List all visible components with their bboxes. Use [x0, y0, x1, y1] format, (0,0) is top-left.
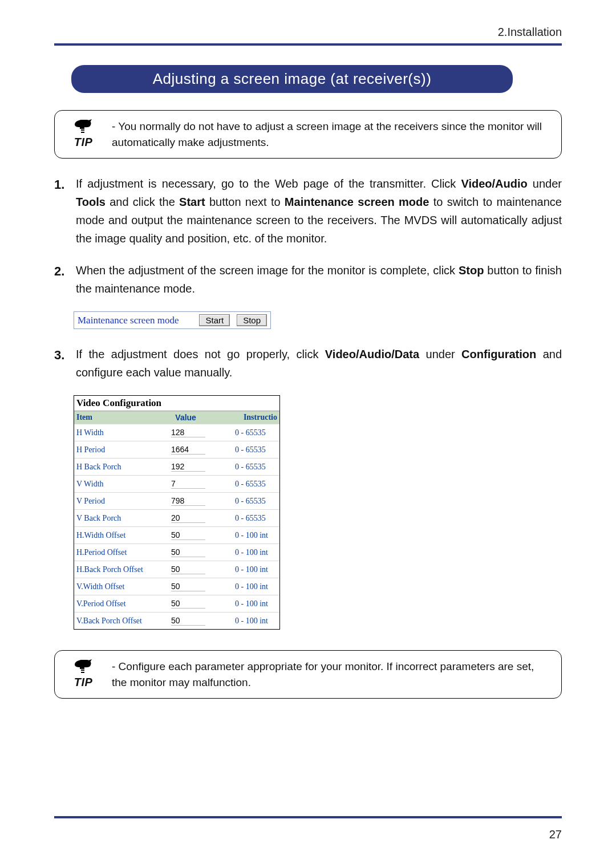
table-row: H.Period Offset500 - 100 int — [74, 543, 279, 561]
row-item: H Period — [74, 445, 171, 455]
table-row: H Width1280 - 65535 — [74, 424, 279, 441]
tip-box-2: TIP Configure each parameter appropriate… — [54, 650, 562, 699]
row-item: V Period — [74, 497, 171, 506]
step-num: 2. — [54, 261, 76, 298]
row-value[interactable]: 50 — [171, 599, 235, 609]
svg-rect-2 — [81, 670, 84, 671]
tip-icon — [73, 659, 94, 675]
step-num: 1. — [54, 175, 76, 248]
row-value[interactable]: 192 — [171, 462, 235, 472]
row-instruction: 0 - 65535 — [235, 463, 279, 472]
row-item: V Back Porch — [74, 514, 171, 523]
row-item: H.Period Offset — [74, 548, 171, 557]
maintenance-mode-panel: Maintenance screen mode Start Stop — [74, 311, 271, 329]
table-row: V Period7980 - 65535 — [74, 492, 279, 509]
row-value[interactable]: 50 — [171, 565, 235, 574]
step-num: 3. — [54, 345, 76, 382]
row-value[interactable]: 50 — [171, 616, 235, 626]
row-value[interactable]: 20 — [171, 513, 235, 523]
table-row: H Back Porch1920 - 65535 — [74, 458, 279, 475]
col-instruction: Instructio — [241, 411, 279, 424]
row-instruction: 0 - 100 int — [235, 582, 279, 591]
row-value[interactable]: 7 — [171, 479, 235, 489]
row-item: H.Width Offset — [74, 531, 171, 540]
row-item: H Width — [74, 428, 171, 437]
table-row: H Period16640 - 65535 — [74, 441, 279, 458]
instruction-list: 1. If adjustment is necessary, go to the… — [54, 175, 562, 630]
tip-text-1: You normally do not have to adjust a scr… — [112, 119, 553, 150]
table-title: Video Configuration — [74, 396, 279, 411]
tip-label: TIP — [74, 676, 93, 689]
svg-rect-3 — [81, 672, 84, 673]
stop-button[interactable]: Stop — [237, 314, 267, 326]
tip-label: TIP — [74, 136, 93, 149]
row-item: V Width — [74, 480, 171, 489]
row-instruction: 0 - 65535 — [235, 514, 279, 523]
tip-text-2: Configure each parameter appropriate for… — [112, 659, 553, 690]
svg-rect-1 — [81, 132, 84, 133]
row-instruction: 0 - 65535 — [235, 480, 279, 489]
row-value[interactable]: 50 — [171, 547, 235, 557]
step-2: 2. When the adjustment of the screen ima… — [54, 261, 562, 298]
col-value: Value — [173, 411, 241, 424]
tip-box-1: TIP You normally do not have to adjust a… — [54, 110, 562, 159]
table-header: Item Value Instructio — [74, 411, 279, 424]
step-1: 1. If adjustment is necessary, go to the… — [54, 175, 562, 248]
row-item: H Back Porch — [74, 463, 171, 472]
svg-rect-0 — [81, 129, 84, 131]
table-row: V Back Porch200 - 65535 — [74, 509, 279, 526]
table-row: V Width70 - 65535 — [74, 475, 279, 492]
step-body: When the adjustment of the screen image … — [76, 261, 562, 298]
row-value[interactable]: 50 — [171, 530, 235, 540]
row-value[interactable]: 50 — [171, 582, 235, 591]
row-instruction: 0 - 65535 — [235, 445, 279, 455]
row-item: V.Width Offset — [74, 582, 171, 591]
row-item: V.Period Offset — [74, 599, 171, 609]
step-3: 3. If the adjustment does not go properl… — [54, 345, 562, 382]
section-heading: Adjusting a screen image (at receiver(s)… — [71, 65, 513, 93]
start-button[interactable]: Start — [199, 314, 230, 326]
table-row: H.Back Porch Offset500 - 100 int — [74, 561, 279, 578]
row-item: H.Back Porch Offset — [74, 565, 171, 574]
row-value[interactable]: 1664 — [171, 445, 235, 455]
table-row: H.Width Offset500 - 100 int — [74, 526, 279, 543]
video-configuration-table: Video Configuration Item Value Instructi… — [74, 395, 280, 630]
row-value[interactable]: 798 — [171, 496, 235, 506]
col-item: Item — [74, 411, 173, 424]
row-instruction: 0 - 65535 — [235, 497, 279, 506]
header-divider — [54, 43, 562, 46]
row-value[interactable]: 128 — [171, 428, 235, 437]
tip-icon — [73, 119, 94, 135]
step-body: If the adjustment does not go properly, … — [76, 345, 562, 382]
table-row: V.Width Offset500 - 100 int — [74, 578, 279, 595]
footer-divider — [54, 816, 562, 818]
maintenance-mode-label: Maintenance screen mode — [78, 315, 192, 326]
row-instruction: 0 - 100 int — [235, 548, 279, 557]
row-instruction: 0 - 100 int — [235, 616, 279, 626]
row-item: V.Back Porch Offset — [74, 616, 171, 626]
step-body: If adjustment is necessary, go to the We… — [76, 175, 562, 248]
row-instruction: 0 - 100 int — [235, 565, 279, 574]
breadcrumb: 2.Installation — [54, 26, 562, 39]
page-number: 27 — [549, 828, 562, 841]
row-instruction: 0 - 100 int — [235, 531, 279, 540]
table-row: V.Period Offset500 - 100 int — [74, 595, 279, 612]
table-row: V.Back Porch Offset500 - 100 int — [74, 612, 279, 629]
row-instruction: 0 - 100 int — [235, 599, 279, 609]
row-instruction: 0 - 65535 — [235, 428, 279, 437]
